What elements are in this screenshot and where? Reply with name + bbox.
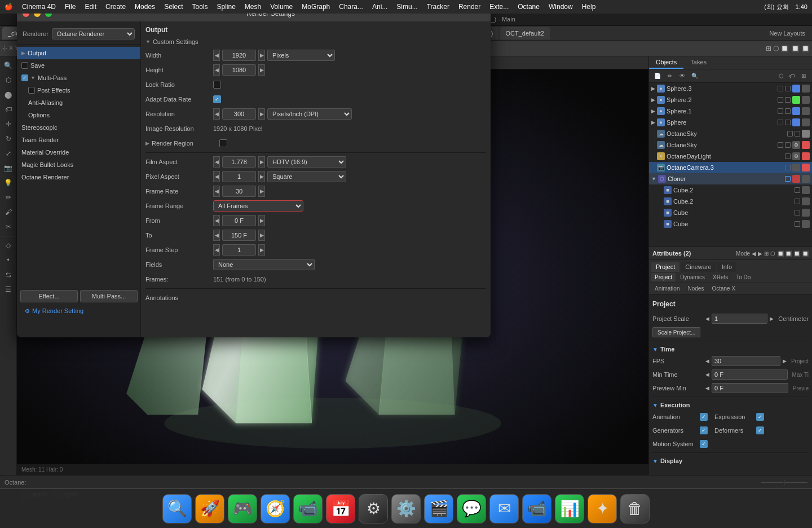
menu-spline[interactable]: Spline — [217, 3, 236, 11]
tree-magic-bullet[interactable]: Magic Bullet Looks — [17, 159, 140, 171]
attr-subtab-nodes[interactable]: Nodes — [684, 284, 707, 293]
left-icon-rotate[interactable]: ↻ — [2, 132, 15, 146]
cam3-lock[interactable] — [792, 164, 800, 171]
animation-checkbox[interactable]: ✓ — [700, 413, 708, 421]
save-checkbox[interactable] — [21, 62, 28, 69]
width-input[interactable] — [222, 50, 256, 61]
cube2-vis[interactable] — [795, 221, 800, 227]
menu-mesh[interactable]: Mesh — [245, 3, 261, 11]
menu-window[interactable]: Window — [549, 3, 573, 11]
attr-tab-project[interactable]: Project — [651, 262, 679, 272]
attr-subtab-animation[interactable]: Animation — [651, 284, 683, 293]
sky2-vis[interactable] — [778, 142, 783, 148]
resolution-unit-select[interactable]: Pixels/Inch (DPI) — [267, 108, 352, 120]
obj-toolbar-search[interactable]: 🔍 — [690, 71, 700, 81]
obj-cube2-1[interactable]: ▶ ■ Cube.2 — [649, 184, 812, 196]
sphere3-vis[interactable] — [778, 86, 783, 91]
fields-select[interactable]: None — [213, 259, 315, 270]
height-arrow-left[interactable]: ◀ — [213, 64, 220, 76]
mintime-arrow-left[interactable]: ◀ — [705, 372, 709, 377]
dock-sysprefs[interactable]: ⚙️ — [391, 494, 421, 523]
cube22-vis[interactable] — [795, 199, 800, 204]
dock-safari[interactable]: 🧭 — [261, 494, 290, 523]
attr-tab-cineware[interactable]: Cineware — [681, 262, 716, 272]
dock-mail[interactable]: ✉ — [489, 494, 519, 523]
apple-menu[interactable]: 🍎 — [5, 3, 13, 11]
menu-simu[interactable]: Simu... — [396, 3, 417, 11]
sphere-vis[interactable] — [778, 120, 783, 125]
obj-toolbar-edit[interactable]: ✏ — [665, 71, 675, 81]
pixel-aspect-unit-select[interactable]: Square — [267, 171, 346, 182]
render-region-expand[interactable]: ▶ — [145, 140, 149, 146]
obj-sphere2[interactable]: ▶ ● Sphere.2 — [649, 94, 812, 105]
cube21-vis[interactable] — [795, 187, 800, 193]
resolution-arrow-right[interactable]: ▶ — [258, 108, 265, 120]
generators-checkbox[interactable]: ✓ — [700, 426, 708, 434]
menu-tracker[interactable]: Tracker — [427, 3, 449, 11]
frame-rate-input[interactable] — [222, 186, 256, 197]
cube1-vis[interactable] — [795, 210, 800, 215]
height-input[interactable] — [222, 64, 256, 76]
tree-team-render[interactable]: Team Render — [17, 134, 140, 146]
left-icon-light[interactable]: 💡 — [2, 176, 15, 190]
menu-modes[interactable]: Modes — [135, 3, 155, 11]
dock-finder[interactable]: 🔍 — [162, 494, 192, 523]
frame-step-arrow-right[interactable]: ▶ — [258, 244, 265, 256]
attr-subtab-octanex[interactable]: Octane X — [708, 284, 739, 293]
left-icon-mat[interactable]: ⬤ — [2, 88, 15, 102]
frame-rate-arrow-right[interactable]: ▶ — [258, 186, 265, 197]
menu-volume[interactable]: Volume — [270, 3, 293, 11]
left-icon-scale[interactable]: ⤢ — [2, 147, 15, 160]
obj-octanesky1[interactable]: ▶ ☁ OctaneSky — [649, 128, 812, 139]
menu-chara[interactable]: Chara... — [339, 3, 363, 11]
pixel-aspect-arrow-left[interactable]: ◀ — [213, 171, 220, 182]
obj-cube-1[interactable]: ▶ ■ Cube — [649, 207, 812, 218]
mintime-input[interactable] — [712, 369, 788, 380]
to-arrow-left[interactable]: ◀ — [213, 230, 220, 241]
multi-pass-btn[interactable]: Multi-Pass... — [80, 290, 138, 302]
left-icon-paint[interactable]: 🖌 — [2, 205, 15, 219]
sphere-render[interactable] — [785, 120, 791, 125]
width-arrow-left[interactable]: ◀ — [213, 50, 220, 61]
tree-material-override[interactable]: Material Override — [17, 146, 140, 159]
from-arrow-right[interactable]: ▶ — [258, 215, 265, 226]
multipass-checkbox[interactable]: ✓ — [21, 74, 28, 81]
obj-toolbar-icon2[interactable]: 🏷 — [787, 71, 797, 81]
tree-output[interactable]: ▶ Output — [17, 47, 140, 59]
dock-xcode[interactable]: ⚙ — [359, 494, 388, 523]
left-icon-knife[interactable]: ✂ — [2, 220, 15, 234]
attrs-nav-left[interactable]: ◀ — [752, 250, 756, 257]
time-section-header[interactable]: ▼ Time — [652, 344, 809, 355]
obj-sphere[interactable]: ▶ ● Sphere — [649, 117, 812, 128]
dock-numbers[interactable]: 📊 — [555, 494, 584, 523]
menu-render[interactable]: Render — [458, 3, 480, 11]
height-arrow-right[interactable]: ▶ — [258, 64, 265, 76]
menu-edit[interactable]: Edit — [85, 3, 96, 11]
sphere2-vis[interactable] — [778, 97, 783, 103]
resolution-input[interactable] — [222, 108, 256, 120]
menu-tools[interactable]: Tools — [192, 3, 208, 11]
resolution-arrow-left[interactable]: ◀ — [213, 108, 220, 120]
tree-options[interactable]: Options — [17, 109, 140, 121]
attr-subtab-project[interactable]: Project — [651, 273, 676, 281]
obj-sphere3[interactable]: ▶ ● Sphere.3 — [649, 83, 812, 94]
left-icon-search[interactable]: 🔍 — [2, 59, 15, 72]
takes-tab[interactable]: Takes — [683, 56, 713, 69]
project-scale-arrow-left[interactable]: ◀ — [705, 316, 709, 322]
objects-tab[interactable]: Objects — [649, 56, 683, 69]
previewmin-input[interactable] — [712, 383, 788, 393]
dock-calendar[interactable]: 📅 — [326, 494, 355, 523]
obj-octanecamera3[interactable]: ▶ 📷 OctaneCamera.3 — [649, 162, 812, 173]
daylight-vis[interactable] — [785, 153, 791, 159]
expression-checkbox[interactable]: ✓ — [756, 413, 764, 421]
tree-post-effects[interactable]: Post Effects — [17, 84, 140, 96]
fps-arrow-left[interactable]: ◀ — [705, 358, 709, 364]
dock-arcade[interactable]: 🎮 — [228, 494, 257, 523]
menu-exte[interactable]: Exte... — [489, 3, 509, 11]
menu-cinema4d[interactable]: Cinema 4D — [22, 3, 56, 11]
custom-expand-icon[interactable]: ▼ — [145, 39, 151, 45]
sky1-vis[interactable] — [787, 131, 793, 137]
left-icon-dot[interactable]: • — [2, 253, 15, 267]
menu-help[interactable]: Help — [582, 3, 596, 11]
menu-ani[interactable]: Ani... — [372, 3, 387, 11]
